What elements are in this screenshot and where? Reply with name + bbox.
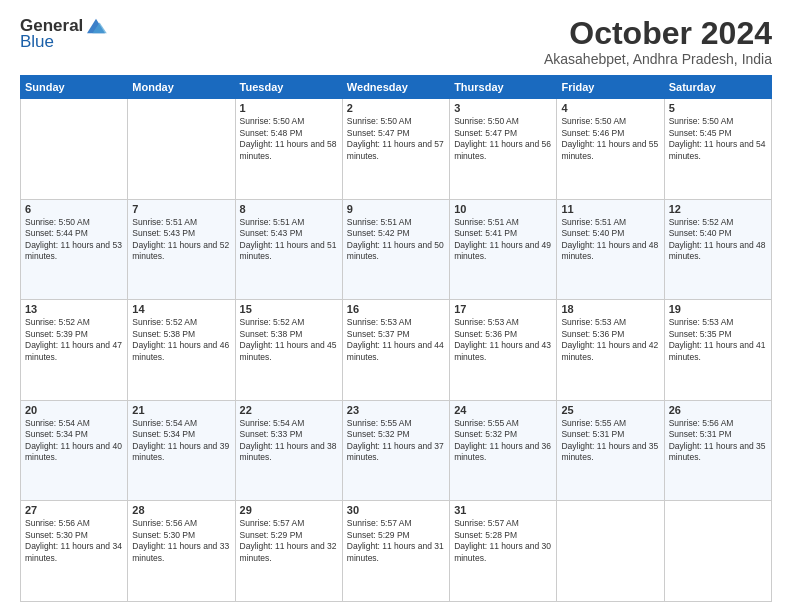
calendar-cell: 2Sunrise: 5:50 AMSunset: 5:47 PMDaylight… xyxy=(342,99,449,200)
logo-blue: Blue xyxy=(20,32,54,52)
cell-details: Sunrise: 5:56 AMSunset: 5:30 PMDaylight:… xyxy=(132,518,230,564)
day-number: 15 xyxy=(240,303,338,315)
cell-details: Sunrise: 5:51 AMSunset: 5:41 PMDaylight:… xyxy=(454,217,552,263)
calendar-cell: 5Sunrise: 5:50 AMSunset: 5:45 PMDaylight… xyxy=(664,99,771,200)
day-number: 1 xyxy=(240,102,338,114)
day-number: 12 xyxy=(669,203,767,215)
day-number: 23 xyxy=(347,404,445,416)
logo: General Blue xyxy=(20,16,107,52)
day-number: 24 xyxy=(454,404,552,416)
cell-details: Sunrise: 5:57 AMSunset: 5:29 PMDaylight:… xyxy=(240,518,338,564)
day-number: 6 xyxy=(25,203,123,215)
cell-details: Sunrise: 5:54 AMSunset: 5:34 PMDaylight:… xyxy=(132,418,230,464)
cell-details: Sunrise: 5:52 AMSunset: 5:40 PMDaylight:… xyxy=(669,217,767,263)
calendar-cell: 12Sunrise: 5:52 AMSunset: 5:40 PMDayligh… xyxy=(664,199,771,300)
cell-details: Sunrise: 5:50 AMSunset: 5:48 PMDaylight:… xyxy=(240,116,338,162)
day-number: 2 xyxy=(347,102,445,114)
day-number: 21 xyxy=(132,404,230,416)
day-number: 25 xyxy=(561,404,659,416)
calendar-cell xyxy=(664,501,771,602)
day-header: Thursday xyxy=(450,76,557,99)
day-number: 9 xyxy=(347,203,445,215)
calendar-cell: 7Sunrise: 5:51 AMSunset: 5:43 PMDaylight… xyxy=(128,199,235,300)
day-number: 26 xyxy=(669,404,767,416)
cell-details: Sunrise: 5:53 AMSunset: 5:36 PMDaylight:… xyxy=(454,317,552,363)
day-number: 31 xyxy=(454,504,552,516)
day-number: 4 xyxy=(561,102,659,114)
cell-details: Sunrise: 5:55 AMSunset: 5:32 PMDaylight:… xyxy=(347,418,445,464)
calendar-cell: 8Sunrise: 5:51 AMSunset: 5:43 PMDaylight… xyxy=(235,199,342,300)
day-number: 5 xyxy=(669,102,767,114)
day-header: Tuesday xyxy=(235,76,342,99)
calendar-cell: 16Sunrise: 5:53 AMSunset: 5:37 PMDayligh… xyxy=(342,300,449,401)
cell-details: Sunrise: 5:55 AMSunset: 5:31 PMDaylight:… xyxy=(561,418,659,464)
calendar-cell: 29Sunrise: 5:57 AMSunset: 5:29 PMDayligh… xyxy=(235,501,342,602)
calendar-body: 1Sunrise: 5:50 AMSunset: 5:48 PMDaylight… xyxy=(21,99,772,602)
day-number: 29 xyxy=(240,504,338,516)
calendar-table: SundayMondayTuesdayWednesdayThursdayFrid… xyxy=(20,75,772,602)
calendar-cell: 24Sunrise: 5:55 AMSunset: 5:32 PMDayligh… xyxy=(450,400,557,501)
calendar-cell: 30Sunrise: 5:57 AMSunset: 5:29 PMDayligh… xyxy=(342,501,449,602)
cell-details: Sunrise: 5:51 AMSunset: 5:40 PMDaylight:… xyxy=(561,217,659,263)
cell-details: Sunrise: 5:52 AMSunset: 5:38 PMDaylight:… xyxy=(240,317,338,363)
day-header: Wednesday xyxy=(342,76,449,99)
calendar-week-row: 20Sunrise: 5:54 AMSunset: 5:34 PMDayligh… xyxy=(21,400,772,501)
calendar-cell: 15Sunrise: 5:52 AMSunset: 5:38 PMDayligh… xyxy=(235,300,342,401)
calendar-cell: 6Sunrise: 5:50 AMSunset: 5:44 PMDaylight… xyxy=(21,199,128,300)
calendar-week-row: 6Sunrise: 5:50 AMSunset: 5:44 PMDaylight… xyxy=(21,199,772,300)
day-number: 13 xyxy=(25,303,123,315)
calendar-cell: 20Sunrise: 5:54 AMSunset: 5:34 PMDayligh… xyxy=(21,400,128,501)
cell-details: Sunrise: 5:53 AMSunset: 5:35 PMDaylight:… xyxy=(669,317,767,363)
day-number: 11 xyxy=(561,203,659,215)
cell-details: Sunrise: 5:53 AMSunset: 5:36 PMDaylight:… xyxy=(561,317,659,363)
day-number: 14 xyxy=(132,303,230,315)
calendar-cell xyxy=(21,99,128,200)
calendar-cell: 14Sunrise: 5:52 AMSunset: 5:38 PMDayligh… xyxy=(128,300,235,401)
calendar-cell: 10Sunrise: 5:51 AMSunset: 5:41 PMDayligh… xyxy=(450,199,557,300)
day-number: 22 xyxy=(240,404,338,416)
day-header: Sunday xyxy=(21,76,128,99)
calendar-week-row: 13Sunrise: 5:52 AMSunset: 5:39 PMDayligh… xyxy=(21,300,772,401)
calendar-cell: 13Sunrise: 5:52 AMSunset: 5:39 PMDayligh… xyxy=(21,300,128,401)
cell-details: Sunrise: 5:57 AMSunset: 5:28 PMDaylight:… xyxy=(454,518,552,564)
cell-details: Sunrise: 5:50 AMSunset: 5:44 PMDaylight:… xyxy=(25,217,123,263)
cell-details: Sunrise: 5:51 AMSunset: 5:43 PMDaylight:… xyxy=(240,217,338,263)
calendar-cell xyxy=(557,501,664,602)
logo-icon xyxy=(85,17,107,35)
cell-details: Sunrise: 5:54 AMSunset: 5:33 PMDaylight:… xyxy=(240,418,338,464)
cell-details: Sunrise: 5:50 AMSunset: 5:47 PMDaylight:… xyxy=(454,116,552,162)
cell-details: Sunrise: 5:56 AMSunset: 5:30 PMDaylight:… xyxy=(25,518,123,564)
day-number: 20 xyxy=(25,404,123,416)
calendar-week-row: 27Sunrise: 5:56 AMSunset: 5:30 PMDayligh… xyxy=(21,501,772,602)
cell-details: Sunrise: 5:54 AMSunset: 5:34 PMDaylight:… xyxy=(25,418,123,464)
cell-details: Sunrise: 5:56 AMSunset: 5:31 PMDaylight:… xyxy=(669,418,767,464)
calendar-cell: 25Sunrise: 5:55 AMSunset: 5:31 PMDayligh… xyxy=(557,400,664,501)
calendar-cell: 4Sunrise: 5:50 AMSunset: 5:46 PMDaylight… xyxy=(557,99,664,200)
calendar-cell: 1Sunrise: 5:50 AMSunset: 5:48 PMDaylight… xyxy=(235,99,342,200)
cell-details: Sunrise: 5:52 AMSunset: 5:39 PMDaylight:… xyxy=(25,317,123,363)
day-number: 16 xyxy=(347,303,445,315)
day-number: 10 xyxy=(454,203,552,215)
page: General Blue October 2024 Akasahebpet, A… xyxy=(0,0,792,612)
calendar-cell: 18Sunrise: 5:53 AMSunset: 5:36 PMDayligh… xyxy=(557,300,664,401)
cell-details: Sunrise: 5:55 AMSunset: 5:32 PMDaylight:… xyxy=(454,418,552,464)
calendar-cell: 31Sunrise: 5:57 AMSunset: 5:28 PMDayligh… xyxy=(450,501,557,602)
calendar-cell: 3Sunrise: 5:50 AMSunset: 5:47 PMDaylight… xyxy=(450,99,557,200)
calendar-cell xyxy=(128,99,235,200)
day-header: Saturday xyxy=(664,76,771,99)
header: General Blue October 2024 Akasahebpet, A… xyxy=(20,16,772,67)
day-number: 28 xyxy=(132,504,230,516)
calendar-cell: 28Sunrise: 5:56 AMSunset: 5:30 PMDayligh… xyxy=(128,501,235,602)
day-number: 3 xyxy=(454,102,552,114)
calendar-cell: 17Sunrise: 5:53 AMSunset: 5:36 PMDayligh… xyxy=(450,300,557,401)
calendar-cell: 26Sunrise: 5:56 AMSunset: 5:31 PMDayligh… xyxy=(664,400,771,501)
day-number: 19 xyxy=(669,303,767,315)
cell-details: Sunrise: 5:53 AMSunset: 5:37 PMDaylight:… xyxy=(347,317,445,363)
calendar-week-row: 1Sunrise: 5:50 AMSunset: 5:48 PMDaylight… xyxy=(21,99,772,200)
day-header: Monday xyxy=(128,76,235,99)
day-number: 18 xyxy=(561,303,659,315)
cell-details: Sunrise: 5:52 AMSunset: 5:38 PMDaylight:… xyxy=(132,317,230,363)
location: Akasahebpet, Andhra Pradesh, India xyxy=(544,51,772,67)
month-title: October 2024 xyxy=(544,16,772,51)
cell-details: Sunrise: 5:50 AMSunset: 5:46 PMDaylight:… xyxy=(561,116,659,162)
